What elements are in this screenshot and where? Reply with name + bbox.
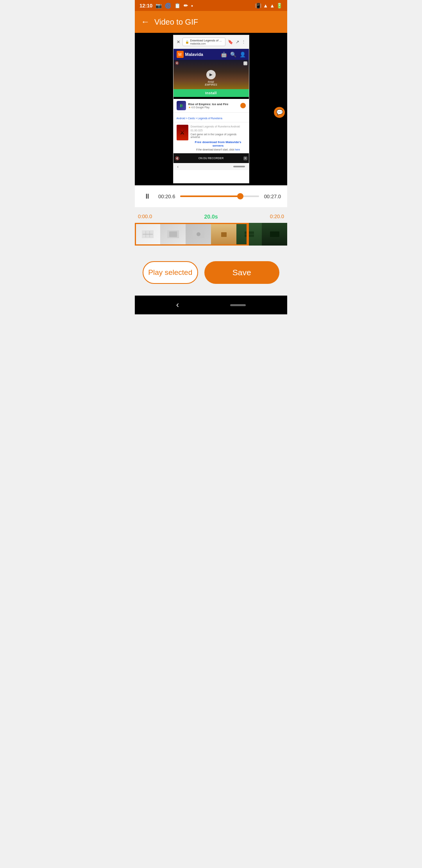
page-title: Video to GIF [154, 18, 198, 27]
battery-icon: 🔋 [276, 3, 283, 9]
timeline-frame-3 [186, 223, 211, 246]
ad-game-title: RISEEMPIRES [173, 81, 249, 86]
malavida-logo-icon: M [177, 51, 184, 58]
rating-value: 4.6 [191, 106, 195, 109]
browser-close-icon[interactable]: ✕ [177, 39, 180, 45]
svg-rect-14 [270, 231, 279, 237]
search-nav-icon[interactable]: 🔍 [230, 52, 236, 57]
pen-icon: ✏ [184, 3, 188, 9]
breadcrumb: Android > Cards > Legends of Runeterra [173, 112, 249, 122]
svg-point-7 [197, 232, 200, 236]
svg-rect-5 [169, 231, 177, 237]
more-icon[interactable]: ⋮ [241, 39, 246, 45]
download-section: ⚔ Download Legends of Runeterra Android … [173, 122, 249, 153]
lock-icon: 🔒 [185, 40, 189, 44]
install-button[interactable]: Install [173, 89, 249, 97]
timeline-playhead [248, 223, 249, 246]
timeline-area: 0:00.0 20.0s 0:20.0 [135, 207, 287, 246]
timeline-label-end: 0:20.0 [270, 213, 284, 220]
download-title: Download Legends of Runeterra Android 01… [191, 125, 246, 132]
free-download-link[interactable]: here [235, 148, 240, 151]
rating-stars: ★ [188, 106, 191, 109]
rating-source: Google Play [196, 106, 209, 109]
user-icon[interactable]: 👤 [240, 52, 246, 57]
timeline-frame-2 [160, 223, 186, 246]
ad-banner: 🔇 ✕ ▶ RISEEMPIRES Install [173, 60, 249, 99]
malavida-nav: M Malavida 🤖 🔍 👤 [173, 49, 249, 60]
browser-url-domain: malavida.com [190, 42, 222, 45]
timeline-labels: 0:00.0 20.0s 0:20.0 [135, 213, 287, 223]
signal-icon: ▲ [270, 3, 275, 9]
bookmark-icon[interactable]: 🔖 [228, 39, 233, 45]
download-info: Download Legends of Runeterra Android 01… [191, 125, 246, 151]
download-description: Card game set in the League of Legends u… [191, 133, 246, 138]
total-time: 00:27.0 [264, 194, 281, 199]
video-preview: ✕ 🔒 Download Legends of ... malavida.com… [135, 33, 287, 185]
free-download-sub: If the download doesn't start, click her… [191, 148, 246, 151]
status-bar-right: 📳 ▲ ▲ 🔋 [255, 3, 283, 9]
app-name: Rise of Empires: Ice and Fire [188, 102, 238, 106]
browser-top-bar: ✕ 🔒 Download Legends of ... malavida.com… [173, 35, 249, 49]
free-download-sub-text: If the download doesn't start, click [196, 148, 234, 151]
pinwheel-icon: 🌀 [165, 3, 171, 9]
scroll-indicator [240, 103, 246, 108]
timeline-strip[interactable] [135, 223, 287, 246]
timeline-label-start: 0:00.0 [138, 213, 152, 220]
wifi-icon: ▲ [263, 3, 268, 9]
save-button[interactable]: Save [204, 261, 280, 284]
second-ad-mute-icon[interactable]: 🔇 [175, 156, 179, 160]
timeline-frame-6 [262, 223, 287, 246]
bottom-nav: ‹ [135, 296, 287, 314]
browser-url-bar[interactable]: 🔒 Download Legends of ... malavida.com [182, 38, 225, 46]
breadcrumb-text: Android > Cards > Legends of Runeterra [177, 117, 222, 120]
app-icon: 🐉 [177, 101, 186, 110]
system-home-indicator[interactable] [230, 304, 246, 306]
app-rating: ★ 4.6 Google Play [188, 106, 238, 109]
android-icon[interactable]: 🤖 [221, 52, 227, 57]
status-bar-left: 12:10 📷 🌀 📋 ✏ • [139, 3, 193, 9]
browser-back-arrow[interactable]: ‹ [177, 165, 179, 169]
share-icon[interactable]: ↗ [236, 39, 239, 45]
camera-icon: 📷 [156, 3, 162, 9]
dot-icon: • [191, 3, 193, 9]
timeline-frame-4 [211, 223, 236, 246]
timeline-frame-5 [236, 223, 262, 246]
malavida-logo: M Malavida [177, 51, 203, 58]
status-time: 12:10 [139, 3, 152, 9]
svg-rect-9 [221, 232, 227, 237]
play-selected-button[interactable]: Play selected [143, 261, 198, 284]
scroll-bar [233, 166, 245, 167]
malavida-nav-icons: 🤖 🔍 👤 [221, 52, 246, 57]
floating-chat-button[interactable]: 💬 [274, 107, 285, 118]
app-header: ← Video to GIF [135, 11, 287, 33]
timeline-label-mid: 20.0s [204, 213, 218, 220]
clipboard-icon: 📋 [174, 3, 181, 9]
vibrate-icon: 📳 [255, 3, 261, 9]
system-back-button[interactable]: ‹ [176, 300, 179, 310]
pause-button[interactable]: ⏸ [141, 190, 154, 203]
ad-castle-image: 🔇 ✕ ▶ RISEEMPIRES [173, 60, 249, 89]
video-controls: ⏸ 00:20.6 00:27.0 [135, 185, 287, 207]
browser-nav-bar: ‹ [173, 163, 249, 170]
progress-fill [180, 195, 240, 197]
app-info-row: 🐉 Rise of Empires: Ice and Fire ★ 4.6 Go… [173, 99, 249, 112]
bottom-buttons-area: Play selected Save [135, 246, 287, 296]
browser-actions: 🔖 ↗ ⋮ [228, 39, 246, 45]
second-ad-banner: 🔇 ON DU RECORDER ✕ [173, 153, 249, 163]
status-bar: 12:10 📷 🌀 📋 ✏ • 📳 ▲ ▲ 🔋 [135, 0, 287, 11]
ad-x-icon[interactable]: ✕ [243, 61, 247, 65]
download-title-text: Download Legends of Runeterra Android [191, 125, 240, 128]
ad-play-button[interactable]: ▶ [206, 70, 216, 79]
app-info-text: Rise of Empires: Ice and Fire ★ 4.6 Goog… [188, 102, 238, 109]
browser-url-title: Download Legends of ... [190, 39, 222, 42]
timeline-frame-1 [135, 223, 160, 246]
malavida-logo-text: Malavida [185, 52, 203, 57]
back-button[interactable]: ← [141, 17, 150, 27]
free-download-text: Free download from Malavida's servers [191, 138, 246, 148]
ad-mute-icon[interactable]: 🔇 [175, 61, 179, 65]
progress-thumb[interactable] [237, 193, 243, 199]
second-ad-close-icon[interactable]: ✕ [243, 156, 247, 160]
progress-bar[interactable] [180, 195, 259, 197]
download-version: 01.00.025 [191, 129, 203, 132]
download-game-icon: ⚔ [177, 125, 188, 140]
